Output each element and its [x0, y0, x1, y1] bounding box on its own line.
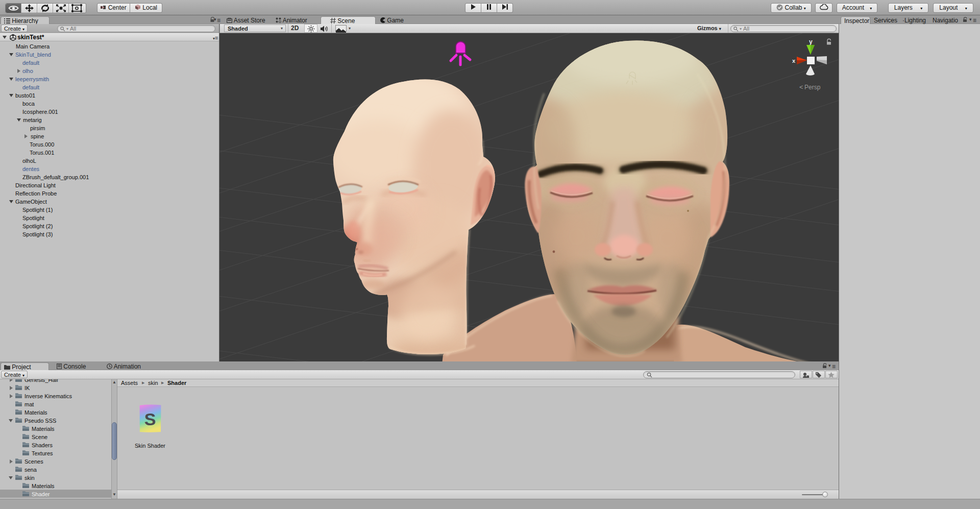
svg-text:<: < [799, 83, 803, 91]
svg-text:Persp: Persp [804, 84, 821, 91]
svg-text:x: x [792, 58, 796, 64]
svg-text:S: S [144, 409, 156, 429]
svg-text:y: y [809, 38, 813, 45]
